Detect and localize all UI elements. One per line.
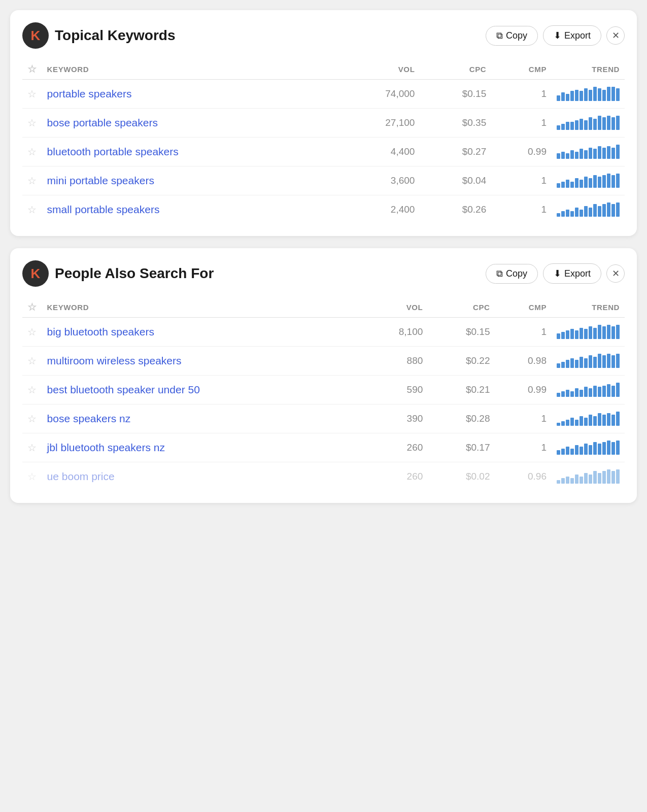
table-row: ☆ small portable speakers 2,400 $0.26 1: [22, 195, 625, 224]
trend-bar: [557, 213, 560, 217]
keyword-link[interactable]: portable speakers: [47, 88, 132, 99]
table-row: ☆ bose speakers nz 390 $0.28 1: [22, 404, 625, 433]
trend-bar: [580, 477, 583, 484]
star-icon[interactable]: ☆: [27, 413, 37, 424]
trend-bar: [580, 416, 583, 426]
trend-bar: [589, 355, 592, 368]
vol-cell: 880: [361, 347, 428, 376]
trend-bar: [575, 330, 578, 339]
cmp-cell: 1: [491, 80, 552, 109]
keyword-cell: best bluetooth speaker under 50: [42, 376, 361, 404]
star-icon[interactable]: ☆: [27, 442, 37, 453]
star-icon[interactable]: ☆: [27, 117, 37, 128]
trend-bar: [575, 388, 578, 397]
trend-bars: [557, 174, 620, 188]
trend-bar: [557, 183, 560, 188]
col-star: ☆: [22, 59, 42, 80]
cpc-cell: $0.22: [428, 347, 495, 376]
header-star[interactable]: ☆: [27, 301, 37, 313]
cpc-cell: $0.17: [428, 433, 495, 462]
star-cell: ☆: [22, 404, 42, 433]
close-button[interactable]: ✕: [606, 264, 625, 283]
trend-bar: [607, 413, 610, 426]
table-row: ☆ big bluetooth speakers 8,100 $0.15 1: [22, 318, 625, 347]
trend-bar: [570, 418, 574, 426]
trend-bar: [580, 119, 583, 130]
copy-button[interactable]: ⧉ Copy: [486, 264, 538, 284]
star-icon[interactable]: ☆: [27, 175, 37, 186]
close-button[interactable]: ✕: [606, 26, 625, 45]
trend-bar: [575, 360, 578, 368]
keyword-link[interactable]: bose portable speakers: [47, 117, 158, 128]
trend-bar: [566, 477, 569, 484]
star-icon[interactable]: ☆: [27, 204, 37, 215]
trend-bar: [566, 447, 569, 455]
trend-bar: [611, 175, 615, 188]
trend-bar: [575, 120, 578, 130]
table-row: ☆ bluetooth portable speakers 4,400 $0.2…: [22, 138, 625, 166]
col-keyword: KEYWORD: [42, 59, 337, 80]
trend-cell: [552, 404, 625, 433]
col-cmp: CMP: [495, 297, 552, 318]
trend-bar: [580, 149, 583, 159]
trend-bar: [598, 88, 601, 101]
trend-bar: [580, 210, 583, 217]
copy-icon: ⧉: [496, 268, 503, 279]
trend-bar: [570, 150, 574, 159]
star-icon[interactable]: ☆: [27, 471, 37, 482]
cpc-cell: $0.27: [420, 138, 491, 166]
keyword-link[interactable]: bluetooth portable speakers: [47, 146, 179, 157]
trend-cell: [552, 138, 625, 166]
copy-button[interactable]: ⧉ Copy: [486, 26, 538, 46]
trend-bar: [589, 415, 592, 426]
keyword-link[interactable]: big bluetooth speakers: [47, 326, 154, 337]
trend-bar: [561, 421, 565, 426]
table-row: ☆ bose portable speakers 27,100 $0.35 1: [22, 109, 625, 138]
keyword-link[interactable]: small portable speakers: [47, 204, 160, 215]
trend-bar: [575, 445, 578, 455]
vol-cell: 4,400: [337, 138, 420, 166]
trend-bar: [616, 383, 620, 397]
trend-bar: [598, 413, 601, 426]
trend-bar: [566, 330, 569, 339]
keyword-link[interactable]: jbl bluetooth speakers nz: [47, 442, 165, 453]
star-icon[interactable]: ☆: [27, 88, 37, 99]
keyword-link[interactable]: bose speakers nz: [47, 413, 131, 424]
trend-bar: [607, 202, 610, 217]
header-star[interactable]: ☆: [27, 63, 37, 75]
trend-bar: [593, 357, 597, 368]
export-button[interactable]: ⬇ Export: [543, 25, 601, 46]
trend-cell: [552, 376, 625, 404]
trend-bar: [607, 146, 610, 159]
star-icon[interactable]: ☆: [27, 384, 37, 395]
col-vol: VOL: [337, 59, 420, 80]
keyword-link[interactable]: mini portable speakers: [47, 175, 154, 186]
copy-label: Copy: [506, 30, 527, 41]
trend-bar: [593, 328, 597, 339]
table-body: ☆ portable speakers 74,000 $0.15 1: [22, 80, 625, 224]
trend-bar: [584, 177, 588, 188]
trend-bar: [575, 152, 578, 159]
star-icon[interactable]: ☆: [27, 355, 37, 366]
trend-bar: [570, 329, 574, 339]
col-cpc: CPC: [428, 297, 495, 318]
card-header: K People Also Search For ⧉ Copy ⬇ Export…: [22, 260, 625, 287]
trend-bar: [598, 177, 601, 188]
cpc-cell: $0.21: [428, 376, 495, 404]
export-button[interactable]: ⬇ Export: [543, 263, 601, 284]
trend-bar: [589, 388, 592, 397]
trend-bar: [570, 391, 574, 397]
keyword-link[interactable]: ue boom price: [47, 470, 115, 482]
col-star: ☆: [22, 297, 42, 318]
star-icon[interactable]: ☆: [27, 146, 37, 157]
table-row: ☆ ue boom price 260 $0.02 0.96: [22, 462, 625, 491]
col-cpc: CPC: [420, 59, 491, 80]
trend-bar: [598, 146, 601, 159]
close-icon: ✕: [612, 30, 620, 41]
keyword-link[interactable]: multiroom wireless speakers: [47, 355, 182, 366]
trend-bar: [566, 94, 569, 101]
trend-bars: [557, 469, 620, 484]
star-icon[interactable]: ☆: [27, 326, 37, 337]
trend-bar: [584, 206, 588, 217]
keyword-link[interactable]: best bluetooth speaker under 50: [47, 384, 200, 395]
